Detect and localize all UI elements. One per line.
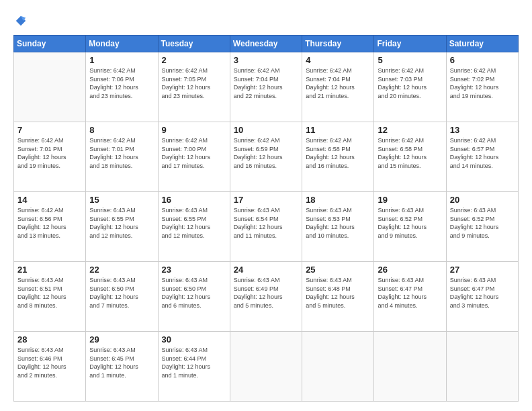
calendar-cell: 11Sunrise: 6:42 AM Sunset: 6:58 PM Dayli… [302, 122, 374, 192]
day-number: 27 [450, 265, 515, 275]
calendar-cell: 12Sunrise: 6:42 AM Sunset: 6:58 PM Dayli… [374, 122, 446, 192]
day-info: Sunrise: 6:43 AM Sunset: 6:44 PM Dayligh… [162, 346, 226, 379]
day-number: 9 [162, 125, 226, 135]
day-number: 16 [162, 195, 226, 205]
day-info: Sunrise: 6:42 AM Sunset: 6:58 PM Dayligh… [306, 136, 370, 170]
header-friday: Friday [374, 36, 446, 52]
header-thursday: Thursday [302, 36, 374, 52]
day-number: 18 [306, 195, 370, 205]
day-info: Sunrise: 6:43 AM Sunset: 6:52 PM Dayligh… [450, 206, 515, 240]
calendar-cell [374, 332, 446, 402]
day-info: Sunrise: 6:43 AM Sunset: 6:54 PM Dayligh… [234, 206, 298, 240]
calendar-cell: 24Sunrise: 6:43 AM Sunset: 6:49 PM Dayli… [230, 262, 302, 332]
day-number: 17 [234, 195, 298, 205]
day-info: Sunrise: 6:42 AM Sunset: 7:04 PM Dayligh… [306, 66, 370, 100]
day-number: 30 [162, 334, 226, 345]
calendar-cell: 5Sunrise: 6:42 AM Sunset: 7:03 PM Daylig… [374, 52, 446, 122]
day-info: Sunrise: 6:43 AM Sunset: 6:46 PM Dayligh… [17, 346, 82, 379]
day-number: 19 [378, 195, 442, 205]
day-info: Sunrise: 6:43 AM Sunset: 6:55 PM Dayligh… [89, 206, 154, 240]
calendar-cell: 18Sunrise: 6:43 AM Sunset: 6:53 PM Dayli… [302, 192, 374, 262]
day-number: 11 [306, 125, 370, 135]
calendar-cell [230, 332, 302, 402]
day-info: Sunrise: 6:42 AM Sunset: 6:57 PM Dayligh… [450, 136, 515, 170]
day-info: Sunrise: 6:43 AM Sunset: 6:52 PM Dayligh… [378, 206, 442, 240]
day-number: 8 [89, 125, 154, 135]
calendar-cell: 22Sunrise: 6:43 AM Sunset: 6:50 PM Dayli… [86, 262, 158, 332]
day-info: Sunrise: 6:42 AM Sunset: 7:01 PM Dayligh… [17, 136, 82, 170]
day-number: 1 [89, 55, 154, 65]
day-info: Sunrise: 6:42 AM Sunset: 7:02 PM Dayligh… [450, 66, 515, 100]
day-info: Sunrise: 6:42 AM Sunset: 6:56 PM Dayligh… [17, 206, 82, 240]
day-number: 25 [306, 265, 370, 275]
day-info: Sunrise: 6:43 AM Sunset: 6:50 PM Dayligh… [89, 276, 154, 310]
calendar-cell: 6Sunrise: 6:42 AM Sunset: 7:02 PM Daylig… [446, 52, 518, 122]
calendar-cell: 15Sunrise: 6:43 AM Sunset: 6:55 PM Dayli… [86, 192, 158, 262]
calendar-cell: 27Sunrise: 6:43 AM Sunset: 6:47 PM Dayli… [446, 262, 518, 332]
calendar-cell: 9Sunrise: 6:42 AM Sunset: 7:00 PM Daylig… [158, 122, 230, 192]
day-info: Sunrise: 6:43 AM Sunset: 6:45 PM Dayligh… [89, 346, 154, 379]
calendar-cell: 7Sunrise: 6:42 AM Sunset: 7:01 PM Daylig… [14, 122, 86, 192]
header-tuesday: Tuesday [158, 36, 230, 52]
day-info: Sunrise: 6:43 AM Sunset: 6:50 PM Dayligh… [162, 276, 226, 310]
day-number: 7 [17, 125, 82, 135]
calendar-cell: 21Sunrise: 6:43 AM Sunset: 6:51 PM Dayli… [14, 262, 86, 332]
header-monday: Monday [86, 36, 158, 52]
logo-icon [15, 15, 27, 27]
day-info: Sunrise: 6:42 AM Sunset: 7:05 PM Dayligh… [162, 66, 226, 100]
calendar-header: Sunday Monday Tuesday Wednesday Thursday… [14, 36, 519, 52]
day-info: Sunrise: 6:42 AM Sunset: 6:59 PM Dayligh… [234, 136, 298, 170]
day-info: Sunrise: 6:42 AM Sunset: 7:03 PM Dayligh… [378, 66, 442, 100]
day-info: Sunrise: 6:43 AM Sunset: 6:47 PM Dayligh… [378, 276, 442, 310]
header-sunday: Sunday [14, 36, 86, 52]
logo [13, 15, 27, 28]
day-number: 28 [17, 334, 82, 345]
day-number: 5 [378, 55, 442, 65]
calendar-cell: 2Sunrise: 6:42 AM Sunset: 7:05 PM Daylig… [158, 52, 230, 122]
calendar-cell: 8Sunrise: 6:42 AM Sunset: 7:01 PM Daylig… [86, 122, 158, 192]
day-number: 23 [162, 265, 226, 275]
calendar-week-row: 1Sunrise: 6:42 AM Sunset: 7:06 PM Daylig… [14, 52, 519, 122]
day-number: 4 [306, 55, 370, 65]
calendar-cell: 3Sunrise: 6:42 AM Sunset: 7:04 PM Daylig… [230, 52, 302, 122]
day-info: Sunrise: 6:42 AM Sunset: 7:00 PM Dayligh… [162, 136, 226, 170]
day-info: Sunrise: 6:42 AM Sunset: 6:58 PM Dayligh… [378, 136, 442, 170]
calendar-cell: 28Sunrise: 6:43 AM Sunset: 6:46 PM Dayli… [14, 332, 86, 402]
calendar-cell: 16Sunrise: 6:43 AM Sunset: 6:55 PM Dayli… [158, 192, 230, 262]
calendar-cell [14, 52, 86, 122]
calendar-cell: 17Sunrise: 6:43 AM Sunset: 6:54 PM Dayli… [230, 192, 302, 262]
day-info: Sunrise: 6:43 AM Sunset: 6:47 PM Dayligh… [450, 276, 515, 310]
header-row: Sunday Monday Tuesday Wednesday Thursday… [14, 36, 519, 52]
day-number: 24 [234, 265, 298, 275]
calendar-body: 1Sunrise: 6:42 AM Sunset: 7:06 PM Daylig… [14, 52, 519, 402]
calendar-cell: 26Sunrise: 6:43 AM Sunset: 6:47 PM Dayli… [374, 262, 446, 332]
day-number: 14 [17, 195, 82, 205]
calendar-cell: 14Sunrise: 6:42 AM Sunset: 6:56 PM Dayli… [14, 192, 86, 262]
calendar-cell: 13Sunrise: 6:42 AM Sunset: 6:57 PM Dayli… [446, 122, 518, 192]
day-info: Sunrise: 6:42 AM Sunset: 7:04 PM Dayligh… [234, 66, 298, 100]
day-info: Sunrise: 6:43 AM Sunset: 6:48 PM Dayligh… [306, 276, 370, 310]
header-saturday: Saturday [446, 36, 518, 52]
day-info: Sunrise: 6:43 AM Sunset: 6:49 PM Dayligh… [234, 276, 298, 310]
calendar-week-row: 14Sunrise: 6:42 AM Sunset: 6:56 PM Dayli… [14, 192, 519, 262]
header-wednesday: Wednesday [230, 36, 302, 52]
day-info: Sunrise: 6:42 AM Sunset: 7:01 PM Dayligh… [89, 136, 154, 170]
calendar-cell: 19Sunrise: 6:43 AM Sunset: 6:52 PM Dayli… [374, 192, 446, 262]
calendar-cell: 23Sunrise: 6:43 AM Sunset: 6:50 PM Dayli… [158, 262, 230, 332]
day-number: 29 [89, 334, 154, 345]
calendar-week-row: 7Sunrise: 6:42 AM Sunset: 7:01 PM Daylig… [14, 122, 519, 192]
calendar-week-row: 21Sunrise: 6:43 AM Sunset: 6:51 PM Dayli… [14, 262, 519, 332]
day-info: Sunrise: 6:42 AM Sunset: 7:06 PM Dayligh… [89, 66, 154, 100]
day-info: Sunrise: 6:43 AM Sunset: 6:51 PM Dayligh… [17, 276, 82, 310]
calendar-cell: 29Sunrise: 6:43 AM Sunset: 6:45 PM Dayli… [86, 332, 158, 402]
header [13, 12, 519, 28]
day-number: 2 [162, 55, 226, 65]
calendar-table: Sunday Monday Tuesday Wednesday Thursday… [13, 35, 519, 402]
calendar-cell [302, 332, 374, 402]
calendar-cell: 25Sunrise: 6:43 AM Sunset: 6:48 PM Dayli… [302, 262, 374, 332]
calendar-cell: 1Sunrise: 6:42 AM Sunset: 7:06 PM Daylig… [86, 52, 158, 122]
calendar-week-row: 28Sunrise: 6:43 AM Sunset: 6:46 PM Dayli… [14, 332, 519, 402]
calendar-cell [446, 332, 518, 402]
day-number: 22 [89, 265, 154, 275]
calendar-cell: 10Sunrise: 6:42 AM Sunset: 6:59 PM Dayli… [230, 122, 302, 192]
